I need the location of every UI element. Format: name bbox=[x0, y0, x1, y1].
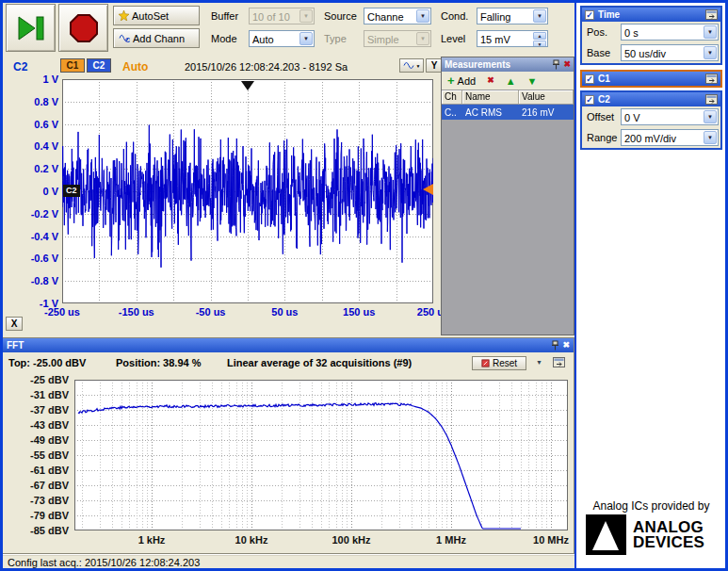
measurement-value: 216 mV bbox=[519, 107, 574, 118]
add-measurement-button[interactable]: + Add bbox=[447, 75, 476, 87]
condition-select[interactable]: Falling ▼ bbox=[477, 8, 548, 24]
mode-label: Mode bbox=[211, 33, 237, 44]
flyout-icon[interactable] bbox=[553, 357, 565, 367]
pin-icon[interactable] bbox=[551, 340, 559, 351]
pin-icon[interactable] bbox=[552, 59, 560, 70]
source-select[interactable]: Channe ▼ bbox=[364, 8, 431, 24]
c1-panel: C1 bbox=[580, 70, 722, 88]
measurement-channel: C.. bbox=[442, 107, 462, 118]
svg-text:C: C bbox=[125, 37, 130, 43]
c1-panel-header: C1 bbox=[582, 72, 720, 86]
level-input[interactable]: 15 mV ▲ ▼ bbox=[477, 30, 548, 47]
y-tick-label: 0.2 V bbox=[34, 163, 58, 174]
trigger-position-marker[interactable] bbox=[241, 81, 254, 90]
c2-checkbox[interactable] bbox=[585, 95, 594, 105]
y-tick-label: -43 dBV bbox=[30, 419, 69, 431]
level-spinner[interactable]: ▲ ▼ bbox=[533, 32, 546, 45]
flyout-icon[interactable] bbox=[705, 9, 718, 20]
channel-ground-marker[interactable]: C2 bbox=[63, 185, 80, 197]
add-measurement-label: Add bbox=[458, 75, 477, 87]
reset-button[interactable]: Reset bbox=[472, 356, 526, 370]
y-tick-label: -49 dBV bbox=[30, 434, 69, 446]
close-icon[interactable]: ✖ bbox=[562, 341, 570, 350]
time-base-select[interactable]: 50 us/div ▼ bbox=[621, 44, 719, 61]
chevron-down-icon: ▼ bbox=[704, 110, 717, 123]
close-icon[interactable]: ✖ bbox=[563, 60, 571, 69]
x-axis-button[interactable]: X bbox=[6, 317, 23, 331]
x-tick-label: -150 us bbox=[108, 306, 165, 318]
add-channel-button[interactable]: C Add Chann bbox=[113, 28, 200, 48]
trace-style-select[interactable]: ▼ bbox=[399, 58, 424, 73]
column-header[interactable]: Value bbox=[519, 90, 574, 105]
move-up-button[interactable]: ▲ bbox=[506, 75, 516, 87]
active-channel-indicator: C2 bbox=[13, 60, 27, 73]
y-tick-label: -55 dBV bbox=[30, 449, 69, 461]
flyout-icon[interactable] bbox=[705, 73, 718, 84]
mode-value: Auto bbox=[252, 34, 274, 45]
status-text: Config last acq.: 2015/10/26 12:08:24.20… bbox=[8, 557, 200, 568]
stop-button[interactable] bbox=[58, 4, 108, 52]
tab-c1[interactable]: C1 bbox=[60, 58, 85, 73]
y-tick-label: -79 dBV bbox=[30, 510, 69, 521]
run-icon bbox=[15, 14, 47, 42]
column-header[interactable]: Ch bbox=[442, 90, 462, 105]
c1-checkbox[interactable] bbox=[585, 74, 594, 84]
delete-measurement-button[interactable]: ✖ bbox=[487, 76, 494, 85]
c2-panel-title: C2 bbox=[598, 94, 610, 105]
chevron-down-icon: ▼ bbox=[533, 9, 546, 23]
scope-x-axis: -250 us -150 us -50 us 50 us 150 us 250 … bbox=[34, 306, 461, 318]
x-tick-label: -50 us bbox=[183, 306, 239, 318]
y-tick-label: -0.2 V bbox=[31, 208, 58, 220]
time-checkbox[interactable] bbox=[585, 10, 594, 20]
range-label: Range bbox=[587, 132, 621, 143]
run-button[interactable] bbox=[6, 4, 56, 52]
add-channel-label: Add Chann bbox=[133, 33, 185, 44]
fft-average-readout: Linear average of 32 acquisitions (#9) bbox=[227, 357, 412, 368]
stop-icon bbox=[69, 13, 99, 43]
buffer-value: 10 of 10 bbox=[252, 11, 290, 23]
c2-range-select[interactable]: 200 mV/div ▼ bbox=[621, 129, 719, 146]
add-channel-icon: C bbox=[119, 33, 130, 43]
fft-top-readout: Top: -25.00 dBV bbox=[8, 357, 86, 368]
condition-value: Falling bbox=[480, 11, 510, 23]
mode-select[interactable]: Auto ▼ bbox=[249, 30, 315, 47]
analog-devices-logo: ANALOG DEVICES bbox=[586, 514, 704, 555]
autoset-icon bbox=[119, 10, 129, 21]
plus-icon: + bbox=[447, 75, 455, 86]
fft-position-readout: Position: 38.94 % bbox=[116, 357, 201, 368]
y-tick-label: -0.4 V bbox=[31, 231, 58, 242]
tab-c2[interactable]: C2 bbox=[87, 58, 111, 73]
settings-sidebar: Time Pos. 0 s ▼ Base bbox=[576, 2, 726, 569]
measurement-row[interactable]: C.. AC RMS 216 mV bbox=[442, 105, 574, 120]
move-down-button[interactable]: ▼ bbox=[527, 75, 538, 87]
measurements-titlebar: Measurements ✖ bbox=[442, 57, 574, 72]
condition-label: Cond. bbox=[441, 10, 468, 22]
spin-down-icon[interactable]: ▼ bbox=[533, 41, 546, 47]
chevron-down-icon: ▼ bbox=[416, 9, 429, 23]
chevron-down-icon: ▼ bbox=[299, 9, 313, 23]
scope-plot-canvas[interactable] bbox=[62, 79, 433, 303]
fft-info-row: Top: -25.00 dBV Position: 38.94 % Linear… bbox=[3, 354, 574, 373]
measurements-toolbar: + Add ✖ ▲ ▼ bbox=[442, 72, 574, 90]
column-header[interactable]: Name bbox=[462, 90, 519, 105]
reset-icon bbox=[481, 359, 490, 367]
chevron-down-icon: ▼ bbox=[416, 63, 421, 69]
y-tick-label: -85 dBV bbox=[30, 525, 69, 536]
chevron-down-icon: ▼ bbox=[416, 32, 429, 45]
trigger-level-marker[interactable] bbox=[423, 184, 433, 195]
y-tick-label: -73 dBV bbox=[30, 495, 69, 506]
chevron-down-icon[interactable]: ▼ bbox=[536, 359, 542, 366]
time-position-select[interactable]: 0 s ▼ bbox=[621, 24, 719, 41]
fft-plot-canvas[interactable] bbox=[74, 380, 568, 530]
spin-up-icon[interactable]: ▲ bbox=[533, 32, 546, 40]
time-position-value: 0 s bbox=[624, 27, 639, 39]
c2-offset-select[interactable]: 0 V ▼ bbox=[621, 108, 719, 125]
time-base-value: 50 us/div bbox=[624, 48, 666, 59]
y-tick-label: -67 dBV bbox=[30, 480, 69, 491]
flyout-icon[interactable] bbox=[705, 94, 718, 105]
branding-tagline: Analog ICs provided by bbox=[576, 499, 726, 513]
autoset-button[interactable]: AutoSet bbox=[113, 6, 200, 25]
scope-y-axis: 1 V 0.8 V 0.6 V 0.4 V 0.2 V 0 V -0.2 V -… bbox=[6, 73, 58, 309]
x-tick-label: 1 kHz bbox=[123, 534, 180, 546]
buffer-select: 10 of 10 ▼ bbox=[249, 8, 315, 24]
